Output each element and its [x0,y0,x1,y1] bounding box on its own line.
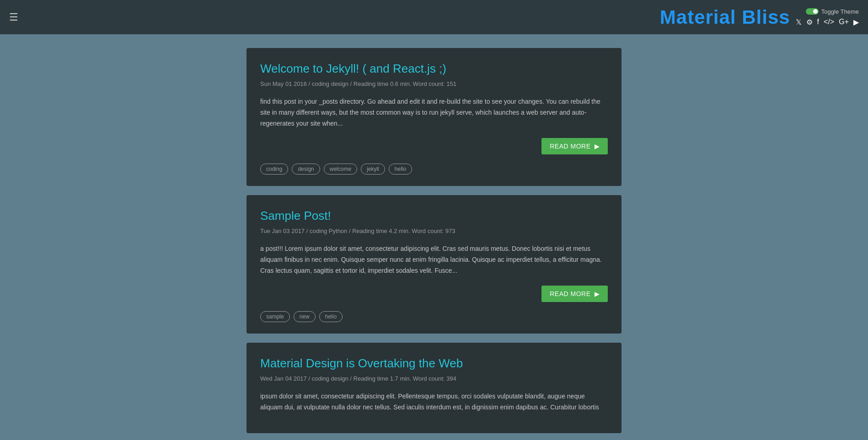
tag-coding[interactable]: coding [260,164,288,175]
github-icon[interactable]: ⚙ [806,18,813,27]
read-more-row-2: READ MORE ▶ [260,286,608,302]
header-right: Material Bliss Toggle Theme 𝕏 ⚙ f </> G+… [660,6,859,28]
header-controls: Toggle Theme 𝕏 ⚙ f </> G+ ▶ [796,8,859,27]
hamburger-icon[interactable]: ☰ [9,12,18,22]
toggle-theme-label: Toggle Theme [821,8,859,15]
post-meta-2: Tue Jan 03 2017 / coding Python / Readin… [260,228,608,234]
site-header: ☰ Material Bliss Toggle Theme 𝕏 ⚙ f </> … [0,0,868,34]
tags-row-2: sample new hello [260,311,608,322]
read-more-arrow-1: ▶ [595,143,600,150]
read-more-label-1: READ MORE [550,143,590,150]
main-content: Welcome to Jekyll! ( and React.js ;) Sun… [237,34,631,440]
tag-new[interactable]: new [294,311,316,322]
twitter-icon[interactable]: 𝕏 [796,18,802,27]
post-meta-3: Wed Jan 04 2017 / coding design / Readin… [260,375,608,382]
read-more-button-1[interactable]: READ MORE ▶ [541,138,608,154]
tag-welcome[interactable]: welcome [324,164,357,175]
post-title-1[interactable]: Welcome to Jekyll! ( and React.js ;) [260,62,608,76]
post-card-3: Material Design is Overtaking the Web We… [246,343,622,434]
tag-jekyll[interactable]: jekyll [361,164,385,175]
post-card-2: Sample Post! Tue Jan 03 2017 / coding Py… [246,195,622,333]
tags-row-1: coding design welcome jekyll hello [260,164,608,175]
read-more-label-2: READ MORE [550,290,590,297]
toggle-theme-row: Toggle Theme [806,8,859,15]
toggle-theme-switch[interactable] [806,8,819,15]
read-more-row-1: READ MORE ▶ [260,138,608,154]
tag-hello-2[interactable]: hello [319,311,343,322]
header-left: ☰ [9,12,18,22]
post-title-3[interactable]: Material Design is Overtaking the Web [260,356,608,371]
post-meta-1: Sun May 01 2016 / coding design / Readin… [260,80,608,87]
tag-design[interactable]: design [292,164,320,175]
post-excerpt-3: ipsum dolor sit amet, consectetur adipis… [260,391,608,413]
tag-hello[interactable]: hello [389,164,412,175]
tag-sample[interactable]: sample [260,311,290,322]
social-icons-row: 𝕏 ⚙ f </> G+ ▶ [796,18,859,27]
post-card-1: Welcome to Jekyll! ( and React.js ;) Sun… [246,48,622,186]
rss-icon[interactable]: ▶ [853,18,859,27]
post-excerpt-2: a post!!! Lorem ipsum dolor sit amet, co… [260,244,608,276]
code-icon[interactable]: </> [824,18,834,26]
site-title: Material Bliss [660,6,790,28]
googleplus-icon[interactable]: G+ [839,18,849,26]
facebook-icon[interactable]: f [817,18,819,26]
read-more-arrow-2: ▶ [595,290,600,297]
read-more-button-2[interactable]: READ MORE ▶ [541,286,608,302]
post-title-2[interactable]: Sample Post! [260,209,608,223]
post-excerpt-1: find this post in your _posts directory.… [260,96,608,129]
